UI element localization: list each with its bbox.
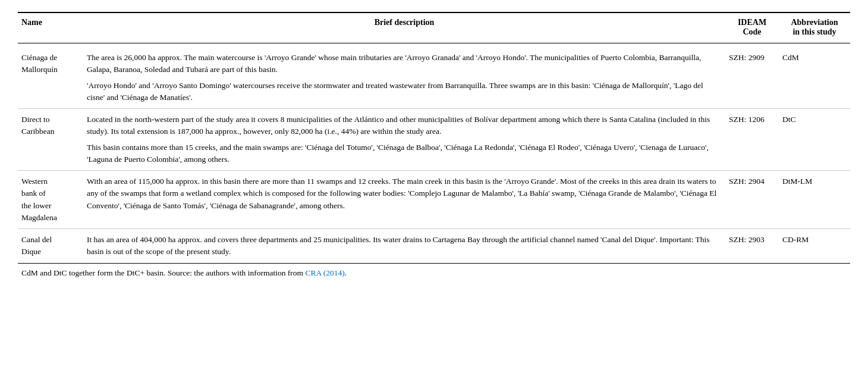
ideam-code-cell: SZH: 2904 — [725, 171, 779, 229]
abbreviation-cell: DtM-LM — [779, 171, 850, 229]
table-row: Ciénaga de MallorquínThe area is 26,000 … — [18, 43, 850, 109]
description-paragraph: The area is 26,000 ha approx. The main w… — [87, 52, 722, 76]
name-cell: Western bank of the lower Magdalena — [18, 171, 83, 229]
header-ideam-code: IDEAMCode — [725, 12, 779, 43]
table-row: Direct to CaribbeanLocated in the north-… — [18, 109, 850, 171]
description-paragraph: This basin contains more than 15 creeks,… — [87, 142, 722, 166]
abbreviation-cell: CD-RM — [779, 229, 850, 264]
header-description: Brief description — [83, 12, 725, 43]
name-cell: Ciénaga de Mallorquín — [18, 43, 83, 109]
name-cell: Canal del Dique — [18, 229, 83, 264]
description-paragraph: Located in the north-western part of the… — [87, 114, 722, 138]
table-row: Western bank of the lower MagdalenaWith … — [18, 171, 850, 229]
description-cell: It has an area of 404,000 ha approx. and… — [83, 229, 725, 264]
ideam-code-cell: SZH: 2909 — [725, 43, 779, 109]
table-row: Canal del DiqueIt has an area of 404,000… — [18, 229, 850, 264]
description-cell: The area is 26,000 ha approx. The main w… — [83, 43, 725, 109]
main-table-container: Name Brief description IDEAMCode Abbrevi… — [18, 12, 850, 280]
header-name: Name — [18, 12, 83, 43]
footer-row: CdM and DtC together form the DtC+ basin… — [18, 263, 850, 280]
cra-link[interactable]: CRA (2014) — [305, 268, 344, 277]
description-cell: With an area of 115,000 ha approx. in th… — [83, 171, 725, 229]
name-cell: Direct to Caribbean — [18, 109, 83, 171]
abbreviation-cell: DtC — [779, 109, 850, 171]
header-abbreviation: Abbreviationin this study — [779, 12, 850, 43]
data-table: Name Brief description IDEAMCode Abbrevi… — [18, 12, 850, 280]
description-cell: Located in the north-western part of the… — [83, 109, 725, 171]
description-paragraph: It has an area of 404,000 ha approx. and… — [87, 234, 722, 258]
abbreviation-cell: CdM — [779, 43, 850, 109]
header-row: Name Brief description IDEAMCode Abbrevi… — [18, 12, 850, 43]
ideam-code-cell: SZH: 1206 — [725, 109, 779, 171]
description-paragraph: With an area of 115,000 ha approx. in th… — [87, 176, 722, 212]
footer-cell: CdM and DtC together form the DtC+ basin… — [18, 263, 850, 280]
description-paragraph: 'Arroyo Hondo' and 'Arroyo Santo Domingo… — [87, 80, 722, 104]
ideam-code-cell: SZH: 2903 — [725, 229, 779, 264]
